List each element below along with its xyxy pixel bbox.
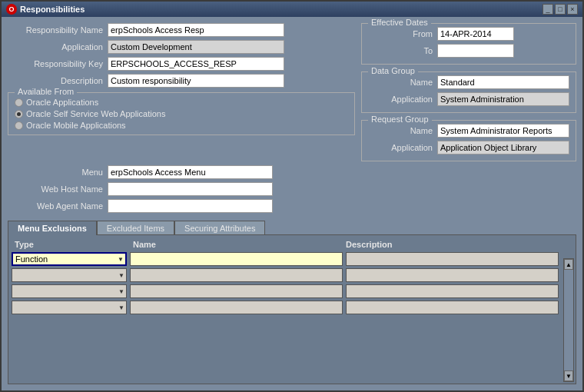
available-from-title: Available From xyxy=(15,87,77,96)
responsibility-name-label: Responsibility Name xyxy=(8,25,108,35)
dropdown-arrow-3: ▼ xyxy=(118,288,124,295)
table-header: Type Name Description xyxy=(12,238,572,251)
scroll-track xyxy=(564,270,573,370)
radio-oracle-apps-btn[interactable] xyxy=(15,98,23,107)
cell-desc-4[interactable] xyxy=(346,301,559,314)
cell-type-2[interactable]: ▼ xyxy=(12,268,127,282)
web-host-input[interactable] xyxy=(108,182,273,196)
window-icon: O xyxy=(6,4,17,15)
tabs-section: Menu Exclusions Excluded Items Securing … xyxy=(8,220,576,384)
data-group-name-input[interactable] xyxy=(437,75,569,89)
maximize-button[interactable]: □ xyxy=(555,4,566,15)
tabs-header: Menu Exclusions Excluded Items Securing … xyxy=(8,220,576,234)
menu-input[interactable] xyxy=(108,165,273,179)
menu-row: Menu xyxy=(8,165,355,179)
col-desc-header: Description xyxy=(346,240,556,249)
dropdown-arrow-4: ▼ xyxy=(118,304,124,311)
data-group-app-row: Application xyxy=(368,92,569,106)
dropdown-arrow-2: ▼ xyxy=(118,272,124,279)
data-group-app-input[interactable] xyxy=(437,92,569,106)
right-form: Effective Dates From To Data Group Name xyxy=(361,23,576,161)
request-group-app-input[interactable] xyxy=(437,141,569,154)
tab-menu-exclusions[interactable]: Menu Exclusions xyxy=(8,221,97,235)
tab-excluded-items[interactable]: Excluded Items xyxy=(97,221,174,235)
data-group-name-label: Name xyxy=(368,78,437,87)
web-agent-label: Web Agent Name xyxy=(8,201,108,211)
data-group-title: Data Group xyxy=(368,66,418,75)
table-row: ▼ xyxy=(12,268,572,282)
cell-desc-1[interactable] xyxy=(346,252,559,266)
to-date-input[interactable] xyxy=(437,44,514,58)
effective-dates-title: Effective Dates xyxy=(368,18,431,27)
radio-group: Oracle Applications Oracle Self Service … xyxy=(15,98,348,130)
description-label: Description xyxy=(8,76,108,85)
radio-oracle-apps[interactable]: Oracle Applications xyxy=(15,98,348,107)
tab-content: Type Name Description Function ▼ xyxy=(8,234,576,384)
radio-self-service-label: Oracle Self Service Web Applications xyxy=(26,109,165,118)
from-date-input[interactable] xyxy=(437,27,514,41)
data-group-app-label: Application xyxy=(368,95,437,104)
table-row: ▼ xyxy=(12,284,572,298)
responsibility-name-row: Responsibility Name xyxy=(8,23,355,37)
web-host-row: Web Host Name xyxy=(8,182,355,196)
cell-name-4[interactable] xyxy=(130,301,343,314)
description-row: Description xyxy=(8,74,355,88)
close-button[interactable]: × xyxy=(567,4,578,15)
title-bar: O Responsibilities _ □ × xyxy=(2,2,582,17)
lower-section: Menu Web Host Name Web Agent Name xyxy=(8,165,576,216)
table-row: Function ▼ xyxy=(12,252,572,266)
cell-type-1[interactable]: Function ▼ xyxy=(12,252,127,266)
description-input[interactable] xyxy=(108,74,284,88)
request-group-app-row: Application xyxy=(368,141,569,154)
web-agent-input[interactable] xyxy=(108,199,273,213)
cell-type-4[interactable]: ▼ xyxy=(12,301,127,314)
col-name-header: Name xyxy=(133,240,343,249)
scrollbar: ▲ ▼ xyxy=(563,258,574,382)
responsibility-key-row: Responsibility Key xyxy=(8,57,355,71)
data-group-box: Data Group Name Application xyxy=(361,71,576,113)
minimize-button[interactable]: _ xyxy=(543,4,553,15)
effective-dates-box: Effective Dates From To xyxy=(361,23,576,65)
radio-mobile-apps[interactable]: Oracle Mobile Applications xyxy=(15,121,348,130)
request-group-box: Request Group Name Application xyxy=(361,120,576,161)
window-title: Responsibilities xyxy=(20,5,85,14)
radio-self-service-btn[interactable] xyxy=(15,110,23,118)
title-bar-left: O Responsibilities xyxy=(6,4,85,15)
lower-left: Menu Web Host Name Web Agent Name xyxy=(8,165,355,216)
scroll-down-button[interactable]: ▼ xyxy=(564,370,573,381)
available-from-box: Available From Oracle Applications Oracl… xyxy=(8,92,355,135)
responsibility-name-input[interactable] xyxy=(108,23,284,37)
left-form: Responsibility Name Application Responsi… xyxy=(8,23,355,161)
cell-name-3[interactable] xyxy=(130,284,343,298)
to-row: To xyxy=(368,44,569,58)
col-type-header: Type xyxy=(15,240,130,249)
responsibility-key-label: Responsibility Key xyxy=(8,59,108,68)
table-row: ▼ xyxy=(12,301,572,314)
cell-type-3[interactable]: ▼ xyxy=(12,284,127,298)
radio-oracle-apps-label: Oracle Applications xyxy=(26,98,98,107)
radio-mobile-apps-btn[interactable] xyxy=(15,121,23,130)
cell-desc-3[interactable] xyxy=(346,284,559,298)
to-label: To xyxy=(368,46,437,55)
data-group-name-row: Name xyxy=(368,75,569,89)
application-label: Application xyxy=(8,42,108,51)
from-row: From xyxy=(368,27,569,41)
content-area: Responsibility Name Application Responsi… xyxy=(2,17,582,390)
scroll-up-button[interactable]: ▲ xyxy=(564,259,573,270)
request-group-title: Request Group xyxy=(368,115,432,124)
cell-name-2[interactable] xyxy=(130,268,343,282)
tab-securing-attributes[interactable]: Securing Attributes xyxy=(174,221,265,235)
request-group-name-input[interactable] xyxy=(437,124,569,138)
application-input[interactable] xyxy=(108,40,284,54)
request-group-name-label: Name xyxy=(368,126,437,135)
cell-name-1[interactable] xyxy=(130,252,343,266)
from-label: From xyxy=(368,29,437,38)
radio-self-service[interactable]: Oracle Self Service Web Applications xyxy=(15,109,348,118)
cell-desc-2[interactable] xyxy=(346,268,559,282)
request-group-app-label: Application xyxy=(368,143,437,152)
responsibility-key-input[interactable] xyxy=(108,57,284,71)
main-form: Responsibility Name Application Responsi… xyxy=(8,23,576,161)
menu-label: Menu xyxy=(8,168,108,177)
application-row: Application xyxy=(8,40,355,54)
web-agent-row: Web Agent Name xyxy=(8,199,355,213)
